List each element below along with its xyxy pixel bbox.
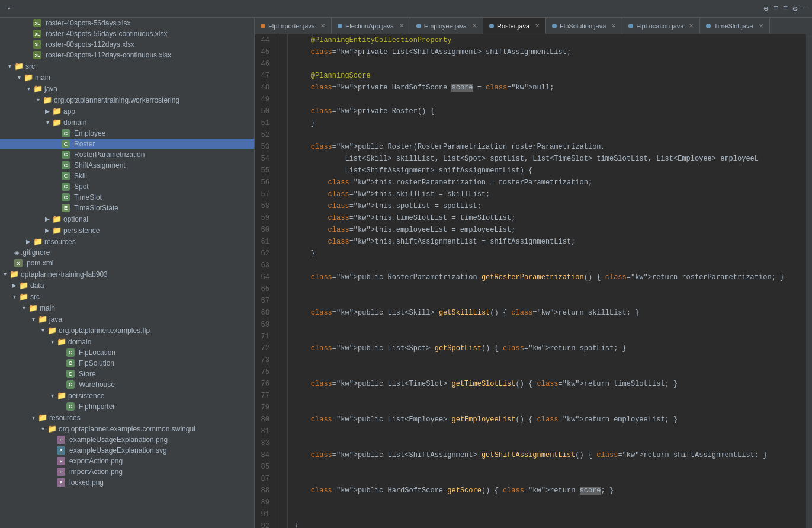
sidebar-item-shiftassignment[interactable]: CShiftAssignment: [0, 160, 254, 171]
gutter-cell-65: [278, 283, 287, 295]
tab-employee[interactable]: Employee.java✕: [410, 18, 483, 34]
tree-arrow-domain2: ▾: [47, 338, 57, 345]
tab-electionapp[interactable]: ElectionApp.java✕: [332, 18, 410, 34]
sidebar-label-pomxml: pom.xml: [27, 259, 53, 267]
code-line-83: [294, 437, 806, 449]
filter-icon[interactable]: ≡: [783, 4, 788, 14]
sidebar-item-flplocation[interactable]: CFlpLocation: [0, 347, 254, 358]
folder-icon: 📁: [19, 292, 28, 301]
line-number-62: 62: [255, 248, 273, 260]
line-number-44: 44: [255, 34, 273, 46]
sidebar-item-persistence2[interactable]: ▾📁persistence: [0, 390, 254, 401]
sidebar-item-lab903[interactable]: ▾📁optaplanner-training-lab903: [0, 268, 254, 280]
sidebar-item-file-3[interactable]: XLroster-80spots-112days.xlsx: [0, 39, 254, 50]
sidebar-item-java2[interactable]: ▾📁java: [0, 313, 254, 325]
sidebar-item-main2[interactable]: ▾📁main: [0, 302, 254, 313]
sidebar-item-exportAction-png[interactable]: PexportAction.png: [0, 456, 254, 466]
sidebar-item-employee[interactable]: CEmployee: [0, 128, 254, 139]
gutter-cell-58: [278, 200, 287, 212]
settings-icon[interactable]: ⚙: [792, 4, 797, 14]
tab-dot-timeslot: [706, 24, 711, 28]
tab-close-flplocation[interactable]: ✕: [689, 23, 694, 29]
code-line-84: class="kw">public List<ShiftAssignment> …: [294, 449, 806, 461]
code-line-68: class="kw">public List<Skill> getSkillLi…: [294, 307, 806, 319]
sidebar-item-gitignore[interactable]: ◈.gitignore: [0, 247, 254, 258]
tab-flpimporter[interactable]: FlpImporter.java✕: [255, 18, 332, 34]
gutter-cell-84: [278, 449, 287, 461]
sidebar-label-file-3: roster-80spots-112days.xlsx: [46, 40, 134, 49]
tab-close-employee[interactable]: ✕: [472, 23, 477, 29]
code-content[interactable]: @PlanningEntityCollectionProperty class=…: [288, 34, 806, 528]
sidebar-item-resources[interactable]: ▶📁resources: [0, 236, 254, 247]
layout-icon[interactable]: ⊕: [763, 4, 768, 14]
dropdown-icon[interactable]: ▾: [7, 5, 11, 12]
sidebar-item-src[interactable]: ▾📁src: [0, 60, 254, 72]
sidebar-item-exampleUsageExplanation-svg[interactable]: SexampleUsageExplanation.svg: [0, 445, 254, 456]
tab-dot-flpsolution: [552, 24, 557, 28]
sidebar-item-pomxml[interactable]: Xpom.xml: [0, 258, 254, 268]
sidebar-item-timeslotstate[interactable]: ETimeSlotState: [0, 203, 254, 213]
sidebar-item-flpsolution[interactable]: CFlpSolution: [0, 358, 254, 369]
code-line-48: class="kw">private HardSoftScore score =…: [294, 82, 806, 94]
sidebar-label-data: data: [30, 281, 44, 290]
sidebar-item-store[interactable]: CStore: [0, 369, 254, 379]
sidebar-item-pkg3[interactable]: ▾📁org.optaplanner.examples.common.swingu…: [0, 423, 254, 434]
tab-close-timeslot[interactable]: ✕: [759, 23, 763, 29]
tab-close-flpsolution[interactable]: ✕: [611, 23, 616, 29]
sidebar-item-roster[interactable]: CRoster: [0, 139, 254, 149]
sidebar-item-data[interactable]: ▶📁data: [0, 280, 254, 291]
sidebar-item-flpimporter[interactable]: CFlpImporter: [0, 401, 254, 412]
sidebar-item-domain2[interactable]: ▾📁domain: [0, 336, 254, 347]
tab-label-flpsolution: FlpSolution.java: [560, 23, 606, 30]
xml-icon: X: [14, 259, 23, 267]
sidebar-label-java: java: [44, 85, 57, 93]
sidebar-item-timeslot[interactable]: CTimeSlot: [0, 192, 254, 203]
sidebar-item-warehouse[interactable]: CWarehouse: [0, 379, 254, 390]
line-number-51: 51: [255, 117, 273, 129]
sidebar-item-app[interactable]: ▶📁app: [0, 105, 254, 117]
sidebar[interactable]: XLroster-40spots-56days.xlsxXLroster-40s…: [0, 18, 255, 528]
scroll-bar-right[interactable]: [806, 34, 812, 528]
sidebar-item-skill[interactable]: CSkill: [0, 171, 254, 181]
line-number-81: 81: [255, 425, 273, 437]
sidebar-item-java[interactable]: ▾📁java: [0, 83, 254, 94]
tab-close-flpimporter[interactable]: ✕: [320, 23, 325, 29]
sidebar-item-resources2[interactable]: ▾📁resources: [0, 412, 254, 423]
sidebar-item-file-4[interactable]: XLroster-80spots-112days-continuous.xlsx: [0, 50, 254, 60]
gutter-cell-49: [278, 94, 287, 105]
sidebar-item-rosterparametrization[interactable]: CRosterParametrization: [0, 149, 254, 160]
code-line-89: [294, 497, 806, 508]
tab-close-electionapp[interactable]: ✕: [399, 23, 404, 29]
tab-roster[interactable]: Roster.java✕: [483, 18, 546, 34]
sidebar-item-pkg2[interactable]: ▾📁org.optaplanner.examples.flp: [0, 325, 254, 336]
tree-arrow-src2: ▾: [9, 293, 19, 300]
sidebar-item-file-1[interactable]: XLroster-40spots-56days.xlsx: [0, 18, 254, 28]
line-number-71: 71: [255, 331, 273, 343]
code-line-50: class="kw">private Roster() {: [294, 105, 806, 117]
sidebar-item-src2[interactable]: ▾📁src: [0, 291, 254, 302]
gutter-cell-55: [278, 165, 287, 177]
sidebar-item-spot[interactable]: CSpot: [0, 181, 254, 192]
class-c-icon: C: [66, 402, 75, 411]
tab-close-roster[interactable]: ✕: [535, 23, 540, 29]
sidebar-item-file-2[interactable]: XLroster-40spots-56days-continuous.xlsx: [0, 28, 254, 39]
sidebar-item-importAction-png[interactable]: PimportAction.png: [0, 466, 254, 477]
line-number-63: 63: [255, 260, 273, 271]
sidebar-item-main[interactable]: ▾📁main: [0, 72, 254, 83]
sidebar-item-optional[interactable]: ▶📁optional: [0, 213, 254, 225]
sidebar-item-exampleUsageExplanation-png[interactable]: PexampleUsageExplanation.png: [0, 434, 254, 445]
sidebar-label-rosterparametrization: RosterParametrization: [74, 151, 145, 159]
sidebar-item-persistence[interactable]: ▶📁persistence: [0, 225, 254, 236]
class-c-icon: C: [66, 359, 75, 367]
tab-timeslot[interactable]: TimeSlot.java✕: [700, 18, 769, 34]
tab-flplocation[interactable]: FlpLocation.java✕: [622, 18, 700, 34]
tab-flpsolution[interactable]: FlpSolution.java✕: [546, 18, 622, 34]
sidebar-item-domain[interactable]: ▾📁domain: [0, 117, 254, 128]
code-line-85: [294, 461, 806, 473]
code-line-59: class="kw">this.timeSlotList = timeSlotL…: [294, 212, 806, 224]
list-icon[interactable]: ≡: [773, 4, 778, 14]
minimize-icon[interactable]: −: [803, 4, 807, 14]
code-line-46: [294, 58, 806, 70]
sidebar-item-locked-png[interactable]: Plocked.png: [0, 477, 254, 488]
sidebar-item-pkg[interactable]: ▾📁org.optaplanner.training.workerrosteri…: [0, 94, 254, 105]
